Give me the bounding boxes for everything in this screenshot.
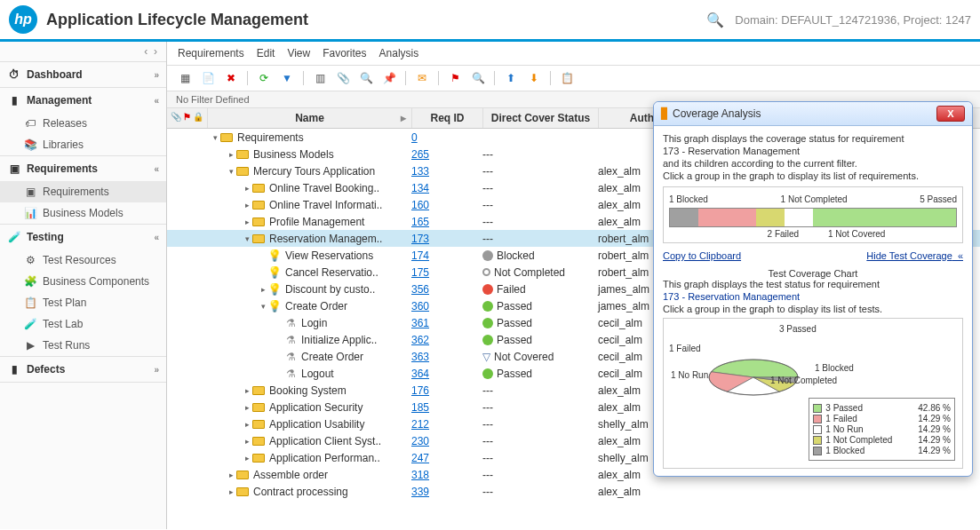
tree-toggle-icon[interactable]: ▸	[259, 285, 267, 294]
tree-toggle-icon[interactable]: ▸	[227, 150, 235, 159]
passed-icon	[482, 318, 493, 328]
req-id-link[interactable]: 364	[411, 368, 482, 380]
attach-icon[interactable]: 📎	[334, 69, 352, 87]
sidebar-item-test-resources[interactable]: ⚙Test Resources	[0, 249, 166, 271]
up-icon[interactable]: ⬆	[502, 69, 520, 87]
req-id-link[interactable]: 212	[411, 418, 482, 431]
hide-coverage-link[interactable]: Hide Test Coverage «	[866, 250, 963, 261]
tree-toggle-icon[interactable]: ▸	[243, 403, 251, 412]
col-status[interactable]: Direct Cover Status	[482, 108, 598, 128]
tree-toggle-icon[interactable]: ▾	[243, 234, 251, 243]
req-id-link[interactable]: 133	[411, 165, 482, 178]
row-name: Logout	[301, 368, 334, 380]
folder-icon	[235, 148, 250, 161]
mail-icon[interactable]: ✉	[413, 69, 431, 87]
status-text: Passed	[497, 317, 532, 329]
sidebar-section-testing[interactable]: 🧪Testing«	[0, 225, 166, 249]
menu-requirements[interactable]: Requirements	[178, 47, 244, 59]
req-id-link[interactable]: 265	[411, 148, 482, 161]
filter-icon[interactable]: ▼	[278, 69, 296, 87]
req-id-link[interactable]: 0	[411, 131, 482, 144]
sidebar-nav[interactable]: ‹ ›	[0, 42, 166, 62]
tree-toggle-icon[interactable]: ▾	[259, 302, 267, 311]
zoom-icon[interactable]: 🔍	[469, 69, 487, 87]
req-id-link[interactable]: 160	[411, 199, 482, 211]
seg-blocked[interactable]	[670, 209, 698, 226]
sidebar-item-business-models[interactable]: 📊Business Models	[0, 202, 166, 224]
sidebar-item-libraries[interactable]: 📚Libraries	[0, 134, 166, 155]
req-id-link[interactable]: 175	[411, 266, 482, 279]
delete-icon[interactable]: ✖	[222, 69, 240, 87]
columns-icon[interactable]: ▥	[311, 69, 329, 87]
tree-toggle-icon[interactable]: ▸	[243, 184, 251, 193]
table-row[interactable]: ▸Contract processing339---alex_alm	[167, 483, 980, 500]
tree-toggle-icon[interactable]: ▸	[243, 454, 251, 463]
req-id-link[interactable]: 230	[411, 435, 482, 447]
status-text: ---	[482, 165, 493, 178]
coverage-bar-chart[interactable]: 1 Blocked 1 Not Completed 5 Passed 2 Fai…	[663, 186, 963, 243]
req-id-link[interactable]: 174	[411, 249, 482, 262]
report-icon[interactable]: 📋	[558, 69, 576, 87]
seg-notcompleted[interactable]	[756, 209, 785, 226]
req-id-link[interactable]: 360	[411, 300, 482, 312]
seg-passed[interactable]	[813, 209, 956, 226]
tree-toggle-icon[interactable]: ▸	[243, 437, 251, 446]
sidebar-item-test-runs[interactable]: ▶Test Runs	[0, 335, 166, 356]
req-id-link[interactable]: 134	[411, 182, 482, 194]
menu-edit[interactable]: Edit	[257, 47, 275, 59]
attach-header-icon: 📎	[171, 112, 181, 124]
sidebar-item-business-components[interactable]: 🧩Business Components	[0, 271, 166, 292]
new-item-icon[interactable]: ▦	[176, 69, 194, 87]
refresh-icon[interactable]: ⟳	[255, 69, 273, 87]
req-id-link[interactable]: 363	[411, 351, 482, 363]
passed-icon	[482, 301, 493, 312]
tree-toggle-icon[interactable]: ▸	[243, 218, 251, 226]
req-id-link[interactable]: 339	[411, 486, 482, 498]
col-reqid[interactable]: Req ID	[411, 108, 482, 128]
copy-clipboard-link[interactable]: Copy to Clipboard	[663, 250, 741, 261]
close-button[interactable]: X	[936, 106, 965, 122]
pin-icon[interactable]: 📌	[380, 69, 398, 87]
menu-view[interactable]: View	[287, 47, 310, 59]
sidebar-section-defects[interactable]: ▮Defects»	[0, 357, 166, 382]
find-icon[interactable]: 🔍	[357, 69, 375, 87]
pie-chart-area[interactable]: 3 Passed 1 Failed 1 No Run 1 Blocked 1 N…	[663, 318, 963, 469]
sidebar-item-test-plan[interactable]: 📋Test Plan	[0, 292, 166, 313]
tree-toggle-icon[interactable]: ▾	[211, 133, 219, 142]
section-icon: ▮	[7, 93, 21, 107]
menu-favorites[interactable]: Favorites	[323, 47, 366, 59]
req-id-link[interactable]: 176	[411, 384, 482, 397]
req-id-link[interactable]: 318	[411, 469, 482, 481]
req-id-link[interactable]: 165	[411, 216, 482, 228]
req-id-link[interactable]: 356	[411, 283, 482, 296]
down-icon[interactable]: ⬇	[525, 69, 543, 87]
req-id-link[interactable]: 361	[411, 317, 482, 329]
tree-toggle-icon[interactable]: ▸	[227, 471, 235, 479]
item-label: Test Plan	[43, 297, 86, 309]
row-name: Online Travel Booking..	[269, 182, 379, 194]
req-id-link[interactable]: 247	[411, 452, 482, 464]
item-icon: 📊	[23, 206, 37, 220]
sidebar-section-management[interactable]: ▮Management«	[0, 88, 166, 113]
seg-notcovered[interactable]	[785, 209, 813, 226]
sidebar-section-dashboard[interactable]: ⏱Dashboard»	[0, 62, 166, 87]
tree-toggle-icon[interactable]: ▸	[243, 386, 251, 395]
sidebar-section-requirements[interactable]: ▣Requirements«	[0, 156, 166, 181]
menu-analysis[interactable]: Analysis	[379, 47, 419, 59]
tree-toggle-icon[interactable]: ▸	[243, 420, 251, 429]
req-id-link[interactable]: 173	[411, 233, 482, 245]
tree-toggle-icon[interactable]: ▾	[227, 167, 235, 176]
sidebar-item-test-lab[interactable]: 🧪Test Lab	[0, 313, 166, 335]
open-icon[interactable]: 📄	[199, 69, 217, 87]
flag-icon[interactable]: ⚑	[446, 69, 464, 87]
search-icon[interactable]: 🔍	[706, 12, 724, 28]
sidebar-item-requirements[interactable]: ▣Requirements	[0, 181, 166, 202]
seg-failed[interactable]	[698, 209, 755, 226]
req-id-link[interactable]: 362	[411, 334, 482, 346]
panel-header[interactable]: ▊ Coverage Analysis X	[654, 102, 972, 126]
req-id-link[interactable]: 185	[411, 401, 482, 414]
tree-toggle-icon[interactable]: ▸	[243, 201, 251, 210]
col-name[interactable]: Name▸	[207, 108, 411, 128]
sidebar-item-releases[interactable]: 🏷Releases	[0, 113, 166, 134]
tree-toggle-icon[interactable]: ▸	[227, 487, 235, 496]
